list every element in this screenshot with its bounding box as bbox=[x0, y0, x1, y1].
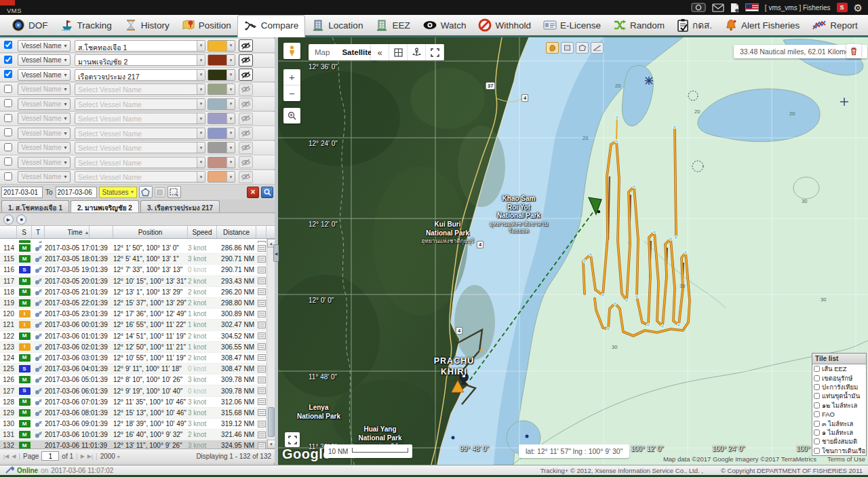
vessel-enable-checkbox[interactable] bbox=[4, 114, 12, 122]
row-detail-button[interactable] bbox=[256, 366, 267, 373]
vessel-enable-checkbox[interactable] bbox=[4, 85, 12, 93]
vessel-name-combo[interactable]: Select Vessel Name▾ bbox=[75, 113, 205, 124]
zoom-out-button[interactable]: − bbox=[283, 85, 300, 101]
settings-gear-icon[interactable]: ⚙ bbox=[854, 3, 863, 13]
column-header-Speed[interactable]: Speed bbox=[188, 226, 217, 238]
date-from-input[interactable] bbox=[1, 187, 43, 198]
vessel-enable-checkbox[interactable] bbox=[4, 41, 12, 49]
vessel-type-select[interactable]: Vessel Name▾ bbox=[18, 157, 71, 168]
table-row[interactable]: 129M2017-03-06 08:01:3912° 15' 13", 100°… bbox=[0, 408, 267, 419]
table-row[interactable]: 130M2017-03-06 09:01:3912° 18' 39", 100°… bbox=[0, 419, 267, 430]
nav-item-random[interactable]: Random bbox=[607, 16, 671, 35]
table-row[interactable]: 120I2017-03-05 23:01:3912° 17' 36", 100°… bbox=[0, 309, 267, 320]
page-size-select[interactable]: 2000 ▾ bbox=[100, 453, 120, 460]
vessel-enable-checkbox[interactable] bbox=[4, 70, 12, 78]
search-button[interactable] bbox=[261, 187, 273, 198]
row-detail-button[interactable] bbox=[256, 288, 267, 295]
pan-tool-button[interactable] bbox=[546, 42, 559, 54]
vessel-enable-checkbox[interactable] bbox=[4, 56, 12, 64]
vessel-color-swatch[interactable]: ▾ bbox=[208, 83, 235, 95]
stop-button[interactable]: ■ bbox=[16, 214, 26, 225]
vessel-color-swatch[interactable]: ▾ bbox=[208, 157, 235, 168]
nav-item-dof[interactable]: DOF bbox=[5, 16, 54, 35]
vessel-name-combo[interactable]: Select Vessel Name▾ bbox=[75, 142, 205, 153]
grid-toggle-button[interactable] bbox=[389, 44, 408, 60]
vessel-visibility-toggle[interactable] bbox=[239, 113, 253, 125]
row-detail-button[interactable] bbox=[256, 432, 267, 438]
row-detail-button[interactable] bbox=[256, 245, 267, 252]
column-header-Time[interactable]: Time▲ bbox=[45, 226, 113, 238]
layer-checkbox[interactable] bbox=[814, 448, 820, 454]
table-row[interactable]: 122M2017-03-06 01:01:3912° 14' 51", 100°… bbox=[0, 331, 267, 342]
tile-layer-item[interactable]: ชายฝั่งสมมติ bbox=[812, 437, 866, 446]
last-page-icon[interactable]: ▶| bbox=[87, 453, 93, 459]
fullscreen-button[interactable] bbox=[426, 44, 444, 60]
row-detail-button[interactable] bbox=[256, 332, 267, 339]
tile-layer-item[interactable]: โซนการเดินเรือ bbox=[812, 446, 866, 455]
map-fullscreen-button[interactable] bbox=[285, 432, 300, 447]
table-row[interactable]: 128M2017-03-06 07:01:3912° 11' 35", 100°… bbox=[0, 397, 267, 408]
table-row[interactable]: 121I2017-03-06 00:01:3912° 16' 55", 100°… bbox=[0, 320, 267, 330]
vessel-enable-checkbox[interactable] bbox=[4, 99, 12, 107]
play-button[interactable]: ▶ bbox=[3, 214, 14, 225]
tile-layer-item[interactable]: ๓ ไมล์ทะเล bbox=[812, 419, 866, 427]
layer-checkbox[interactable] bbox=[814, 421, 820, 427]
rectangle-tool-button[interactable] bbox=[561, 42, 574, 54]
row-detail-button[interactable] bbox=[256, 267, 267, 273]
select-area-button[interactable] bbox=[167, 186, 181, 198]
nav-item-กดส-[interactable]: กดส. bbox=[671, 15, 718, 35]
row-detail-button[interactable] bbox=[256, 442, 267, 449]
row-detail-button[interactable] bbox=[256, 322, 267, 328]
map-canvas[interactable] bbox=[278, 37, 868, 465]
row-detail-button[interactable] bbox=[256, 343, 267, 350]
scrollbar-thumb[interactable] bbox=[268, 407, 275, 437]
vessel-name-combo[interactable]: Select Vessel Name▾ bbox=[75, 98, 205, 110]
vessel-visibility-toggle[interactable] bbox=[239, 142, 253, 154]
layer-checkbox[interactable] bbox=[814, 393, 820, 399]
draw-polygon-button[interactable] bbox=[139, 186, 153, 198]
screenshot-icon[interactable] bbox=[691, 3, 706, 12]
nav-item-location[interactable]: Location bbox=[305, 16, 369, 35]
column-header-T[interactable]: T bbox=[32, 226, 45, 238]
row-detail-button[interactable] bbox=[256, 409, 267, 416]
layer-checkbox[interactable] bbox=[814, 384, 820, 390]
tile-layer-item[interactable]: ปะการังเทียม bbox=[812, 383, 866, 392]
vessel-visibility-toggle[interactable] bbox=[239, 39, 253, 52]
vessel-enable-checkbox[interactable] bbox=[4, 143, 12, 151]
table-row[interactable]: 131M2017-03-06 10:01:3912° 16' 40", 100°… bbox=[0, 430, 267, 440]
tile-layer-item[interactable]: แท่นขุดน้ำมัน bbox=[812, 392, 866, 400]
page-input[interactable] bbox=[41, 451, 59, 461]
layer-checkbox[interactable] bbox=[814, 438, 820, 444]
row-detail-button[interactable] bbox=[256, 377, 267, 383]
vessel-name-combo[interactable]: ส.โชคทองเจือ 1▾ bbox=[75, 40, 205, 52]
vessel-color-swatch[interactable]: ▾ bbox=[208, 171, 235, 183]
delete-measurement-button[interactable] bbox=[846, 44, 861, 58]
layer-checkbox[interactable] bbox=[814, 366, 820, 372]
row-detail-button[interactable] bbox=[256, 387, 267, 394]
vessel-type-select[interactable]: Vessel Name▾ bbox=[18, 54, 71, 66]
table-row[interactable]: 114M2017-03-05 17:01:3912° 1' 50", 100° … bbox=[0, 243, 267, 254]
row-detail-button[interactable] bbox=[256, 256, 267, 263]
vessel-tab-2[interactable]: 2. มานพเจริญชัย 2 bbox=[71, 200, 139, 212]
column-header-Position[interactable]: Position bbox=[113, 226, 188, 238]
maptype-map-button[interactable]: Map bbox=[309, 44, 336, 60]
vessel-name-combo[interactable]: เรือตรวจประมง 217▾ bbox=[75, 69, 205, 81]
tile-layer-item[interactable]: เส้น EEZ bbox=[812, 364, 866, 373]
mail-icon[interactable] bbox=[712, 3, 724, 12]
row-detail-button[interactable] bbox=[256, 354, 267, 361]
vessel-visibility-toggle[interactable] bbox=[239, 127, 253, 139]
nav-item-withhold[interactable]: Withhold bbox=[472, 16, 537, 35]
vessel-color-swatch[interactable]: ▾ bbox=[208, 142, 235, 153]
vessel-visibility-toggle[interactable] bbox=[239, 98, 253, 110]
vessel-type-select[interactable]: Vessel Name▾ bbox=[18, 113, 71, 124]
table-row[interactable]: 115M2017-03-05 18:01:3912° 5' 41", 100° … bbox=[0, 254, 267, 265]
vessel-type-select[interactable]: Vessel Name▾ bbox=[18, 69, 71, 81]
next-page-icon[interactable]: ▶ bbox=[81, 453, 85, 459]
row-detail-button[interactable] bbox=[256, 278, 267, 284]
vessel-tab-1[interactable]: 1. ส.โชคทองเจือ 1 bbox=[1, 200, 69, 212]
vessel-color-swatch[interactable]: ▾ bbox=[208, 98, 235, 110]
table-row[interactable]: 117M2017-03-05 20:01:3912° 10' 15", 100°… bbox=[0, 276, 267, 287]
anchor-tool-button[interactable] bbox=[408, 44, 426, 60]
vessel-enable-checkbox[interactable] bbox=[4, 157, 12, 166]
zoom-select-button[interactable] bbox=[283, 108, 300, 123]
